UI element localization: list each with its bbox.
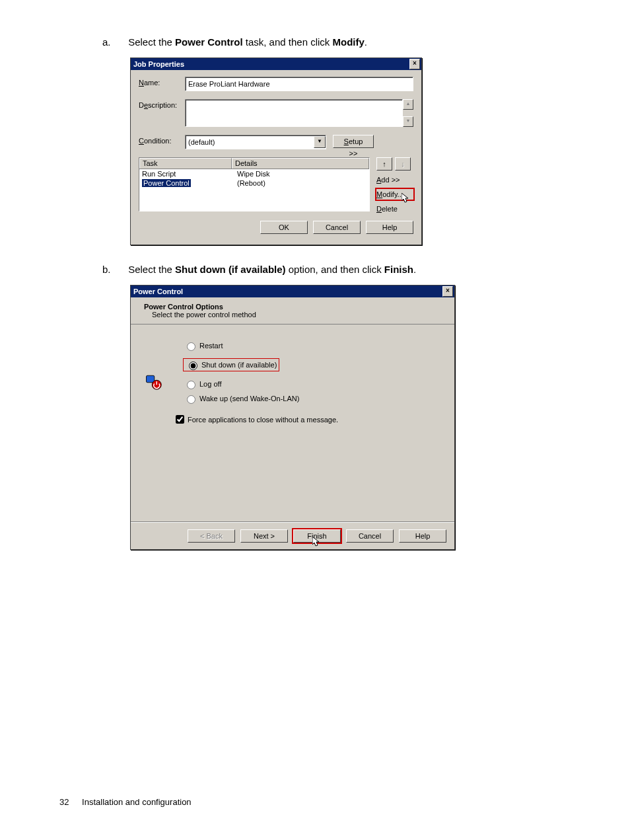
move-up-button[interactable]: ↑	[376, 157, 392, 171]
modify-button[interactable]: Modify...	[376, 189, 413, 200]
wizard-subheading: Select the power control method	[144, 311, 441, 319]
svg-marker-3	[312, 537, 319, 546]
description-label: Description:	[139, 99, 185, 109]
dialog-title: Power Control	[133, 287, 183, 295]
cursor-icon	[402, 193, 411, 204]
next-button[interactable]: Next >	[240, 529, 288, 543]
radio-shutdown[interactable]: Shut down (if available)	[184, 359, 279, 371]
close-icon[interactable]: ×	[409, 59, 420, 69]
page-footer: 32 Installation and configuration	[59, 797, 192, 807]
table-row[interactable]: Run Script Wipe Disk	[139, 169, 369, 178]
instruction-b: b. Select the Shut down (if available) o…	[102, 264, 571, 275]
page-number: 32	[59, 797, 69, 807]
delete-button[interactable]: Delete	[376, 204, 413, 214]
table-row[interactable]: Power Control (Reboot)	[139, 178, 369, 188]
details-column-header: Details	[232, 158, 369, 169]
task-list[interactable]: Task Details Run Script Wipe Disk Power …	[139, 157, 370, 211]
force-close-checkbox[interactable]: Force applications to close without a me…	[173, 413, 435, 426]
radio-restart[interactable]: Restart	[184, 340, 435, 351]
scroll-up-icon[interactable]: ▲	[403, 99, 413, 110]
instruction-text: Select the Power Control task, and then …	[128, 36, 367, 48]
finish-button[interactable]: Finish	[293, 529, 341, 543]
power-control-dialog: Power Control × Power Control Options Se…	[130, 285, 455, 550]
scroll-down-icon[interactable]: ▼	[403, 116, 413, 127]
job-properties-dialog: Job Properties × Name: Description: ▲ ▼ …	[130, 57, 422, 245]
help-button[interactable]: Help	[399, 529, 446, 543]
instruction-letter: b.	[102, 264, 125, 275]
radio-wol[interactable]: Wake up (send Wake-On-LAN)	[184, 393, 435, 404]
help-button[interactable]: Help	[366, 221, 413, 234]
titlebar: Job Properties ×	[131, 58, 421, 70]
ok-button[interactable]: OK	[260, 221, 308, 234]
wizard-heading: Power Control Options	[144, 303, 441, 311]
close-icon[interactable]: ×	[442, 286, 453, 297]
instruction-letter: a.	[102, 36, 125, 48]
cancel-button[interactable]: Cancel	[346, 529, 394, 543]
back-button: < Back	[188, 529, 235, 543]
instruction-a: a. Select the Power Control task, and th…	[102, 36, 571, 48]
radio-logoff[interactable]: Log off	[184, 379, 435, 389]
condition-label: Condition:	[139, 135, 185, 145]
move-down-button: ↓	[395, 157, 411, 171]
cancel-button[interactable]: Cancel	[313, 221, 361, 234]
titlebar: Power Control ×	[131, 286, 454, 297]
svg-marker-0	[402, 193, 408, 202]
instruction-text: Select the Shut down (if available) opti…	[128, 264, 416, 275]
dialog-title: Job Properties	[133, 60, 184, 68]
description-textarea[interactable]	[185, 99, 403, 127]
cursor-icon	[312, 537, 322, 547]
add-button[interactable]: Add >>	[376, 174, 413, 185]
condition-dropdown[interactable]: (default) ▼	[185, 135, 326, 149]
task-column-header: Task	[139, 158, 232, 169]
section-name: Installation and configuration	[82, 797, 192, 807]
name-label: Name:	[139, 77, 185, 87]
setup-button[interactable]: Setup >>	[333, 135, 374, 148]
chevron-down-icon: ▼	[314, 136, 326, 148]
power-icon	[144, 372, 162, 391]
name-input[interactable]	[185, 77, 413, 91]
